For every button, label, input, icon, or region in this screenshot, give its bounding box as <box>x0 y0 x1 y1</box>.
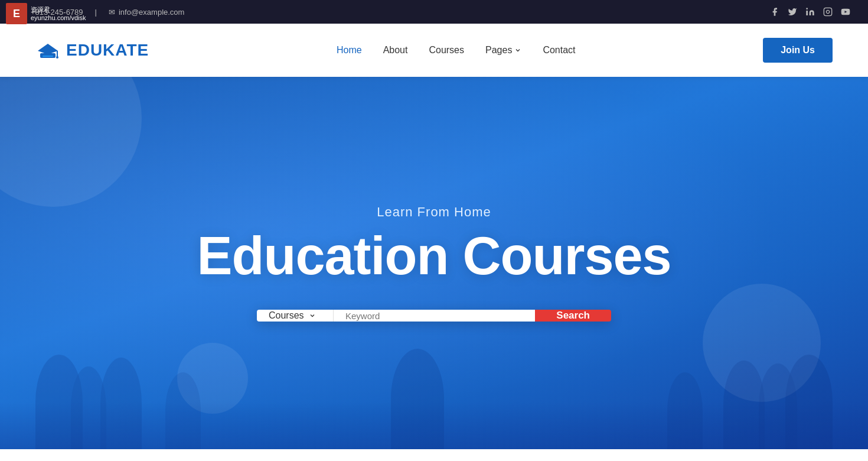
watermark-logo: E <box>6 3 27 24</box>
youtube-link[interactable] <box>841 7 850 17</box>
twitter-link[interactable] <box>788 7 797 17</box>
facebook-icon <box>770 7 779 17</box>
youtube-icon <box>841 7 850 17</box>
twitter-icon <box>788 7 797 17</box>
join-us-button[interactable]: Join Us <box>763 38 833 63</box>
separator: | <box>95 8 97 17</box>
brand-logo[interactable]: EDUKATE <box>35 38 149 63</box>
category-dropdown[interactable]: Courses <box>257 310 334 322</box>
instagram-link[interactable] <box>823 7 833 17</box>
search-bar: Courses Search <box>257 310 611 322</box>
nav-links: Home About Courses Pages Contact <box>337 45 576 56</box>
brand-icon <box>35 38 60 63</box>
hero-section: Learn From Home Education Courses Course… <box>0 77 868 449</box>
svg-point-0 <box>806 8 808 9</box>
hero-subtitle: Learn From Home <box>377 204 491 220</box>
svg-rect-6 <box>57 51 58 57</box>
watermark: E 资源君 eyunzhu.com/vdisk <box>6 3 86 24</box>
nav-item-courses[interactable]: Courses <box>429 45 464 56</box>
category-chevron-icon <box>309 312 316 319</box>
category-label: Courses <box>269 310 304 321</box>
nav-item-pages[interactable]: Pages <box>485 45 521 56</box>
nav-item-home[interactable]: Home <box>337 45 362 56</box>
nav-item-contact[interactable]: Contact <box>543 45 575 56</box>
hero-title: Education Courses <box>197 229 671 283</box>
facebook-link[interactable] <box>770 7 779 17</box>
svg-point-7 <box>56 56 58 59</box>
chevron-down-icon <box>514 47 521 54</box>
watermark-text: 资源君 eyunzhu.com/vdisk <box>31 5 86 22</box>
topbar: 📞 +813-245-6789 | ✉ info@example.com <box>0 0 868 24</box>
email-address: info@example.com <box>119 8 184 17</box>
keyword-input[interactable] <box>334 310 535 322</box>
hero-bottom-fade <box>0 402 868 449</box>
instagram-icon <box>823 7 833 17</box>
nav-item-about[interactable]: About <box>383 45 408 56</box>
linkedin-link[interactable] <box>805 7 815 17</box>
search-button[interactable]: Search <box>535 310 611 322</box>
email-info: ✉ info@example.com <box>109 8 184 17</box>
svg-rect-8 <box>43 56 53 57</box>
graduation-hat-icon <box>35 38 60 63</box>
hero-content: Learn From Home Education Courses Course… <box>197 204 671 322</box>
svg-marker-5 <box>38 44 58 54</box>
svg-rect-1 <box>824 8 831 15</box>
linkedin-icon <box>805 7 815 17</box>
navbar: EDUKATE Home About Courses Pages Contact… <box>0 24 868 77</box>
social-links <box>770 7 850 17</box>
email-icon: ✉ <box>109 8 115 17</box>
brand-name: EDUKATE <box>66 41 149 60</box>
